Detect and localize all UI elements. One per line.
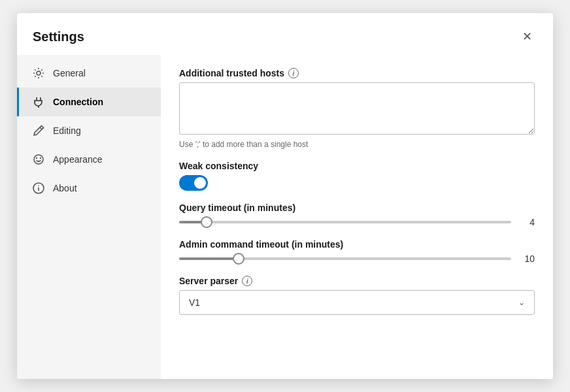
gear-icon: [32, 67, 45, 80]
weak-consistency-label: Weak consistency: [179, 161, 535, 171]
sidebar-label-general: General: [53, 68, 86, 78]
sidebar-item-connection[interactable]: Connection: [17, 88, 161, 116]
query-timeout-slider-row: 4: [179, 217, 535, 227]
query-timeout-slider[interactable]: [179, 221, 511, 223]
weak-consistency-toggle[interactable]: [179, 175, 208, 191]
trusted-hosts-info-icon: i: [288, 68, 299, 78]
server-parser-label: Server parser i: [179, 276, 535, 286]
plug-icon: [32, 95, 45, 108]
admin-timeout-label: Admin command timeout (in minutes): [179, 239, 535, 250]
info-circle-icon: [32, 182, 45, 195]
settings-dialog: Settings ✕ General Connection: [17, 13, 553, 379]
svg-point-9: [38, 186, 39, 187]
admin-timeout-value: 10: [519, 253, 535, 264]
sidebar-item-editing[interactable]: Editing: [17, 116, 161, 145]
query-timeout-value: 4: [519, 217, 535, 227]
main-content: Additional trusted hosts i Use ';' to ad…: [161, 55, 553, 379]
sidebar-label-connection: Connection: [53, 97, 103, 107]
svg-point-4: [36, 157, 37, 159]
trusted-hosts-hint: Use ';' to add more than a single host: [179, 140, 535, 149]
weak-consistency-section: Weak consistency: [179, 161, 535, 191]
sidebar-item-about[interactable]: About: [17, 174, 161, 203]
close-button[interactable]: ✕: [516, 26, 537, 47]
query-timeout-label: Query timeout (in minutes): [179, 203, 535, 213]
svg-line-2: [40, 127, 42, 129]
sidebar-item-appearance[interactable]: Appearance: [17, 145, 161, 174]
chevron-down-icon: ⌄: [518, 298, 525, 307]
admin-timeout-slider-row: 10: [179, 253, 535, 264]
sidebar: General Connection Editing: [17, 55, 161, 379]
sidebar-label-appearance: Appearance: [53, 154, 103, 165]
server-parser-dropdown[interactable]: V1 ⌄: [179, 290, 535, 315]
dialog-header: Settings ✕: [17, 13, 553, 55]
admin-timeout-slider[interactable]: [179, 257, 511, 260]
trusted-hosts-input[interactable]: [179, 82, 535, 135]
server-parser-section: Server parser i V1 ⌄: [179, 276, 535, 315]
svg-point-3: [34, 155, 43, 164]
svg-point-0: [37, 71, 41, 75]
sidebar-label-editing: Editing: [53, 125, 81, 136]
toggle-track: [179, 175, 208, 191]
server-parser-info-icon: i: [242, 276, 252, 286]
trusted-hosts-section: Additional trusted hosts i Use ';' to ad…: [179, 68, 535, 149]
query-timeout-section: Query timeout (in minutes) 4: [179, 203, 535, 227]
pencil-icon: [32, 124, 45, 137]
sidebar-item-general[interactable]: General: [17, 59, 161, 88]
palette-icon: [32, 153, 45, 166]
sidebar-label-about: About: [53, 183, 77, 193]
svg-point-5: [40, 157, 41, 159]
weak-consistency-toggle-wrapper: [179, 175, 535, 191]
trusted-hosts-label: Additional trusted hosts i: [179, 68, 535, 78]
server-parser-selected: V1: [189, 297, 200, 308]
dialog-body: General Connection Editing: [17, 55, 553, 379]
server-parser-select-wrapper: V1 ⌄: [179, 290, 535, 315]
admin-timeout-section: Admin command timeout (in minutes) 10: [179, 239, 535, 264]
toggle-thumb: [194, 177, 206, 189]
dialog-title: Settings: [33, 29, 84, 44]
